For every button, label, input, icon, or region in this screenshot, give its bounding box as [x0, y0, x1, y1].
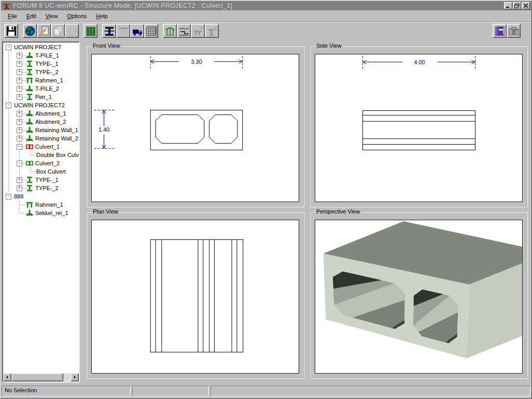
tree-item-abutment-1[interactable]: +Abutment_1	[3, 109, 79, 118]
toolbar-manual-button[interactable]	[493, 24, 507, 38]
edit-document-icon	[38, 25, 50, 37]
camera-icon	[508, 25, 520, 37]
toolbar-vehicle-load-button[interactable]	[130, 24, 144, 38]
tree-item-888[interactable]: -888	[3, 192, 79, 201]
toolbar-world-view-button[interactable]	[23, 24, 37, 38]
menu-edit[interactable]: Edit	[22, 12, 41, 20]
plan-view-drawing	[92, 220, 299, 373]
toolbar-retaining-wall-button[interactable]	[177, 24, 191, 38]
tree-item-double-box-culver[interactable]: Double Box Culver	[3, 151, 79, 159]
tree-item-pier-1[interactable]: +Pier_1	[3, 93, 79, 101]
toolbar-pile-group-button[interactable]	[83, 24, 97, 38]
tree-expand-box[interactable]: +	[17, 111, 22, 117]
tree-collapse-box[interactable]: -	[6, 194, 11, 200]
tree-expand-box[interactable]: +	[17, 53, 22, 59]
tree-item-type-1[interactable]: +TYPE-_1	[3, 176, 79, 184]
tree-guide-line	[8, 93, 9, 101]
ibeam-icon	[25, 60, 34, 67]
tree-expand-box[interactable]: +	[17, 136, 22, 141]
toolbar-frame-structure-button[interactable]	[163, 24, 177, 38]
app-icon	[2, 2, 11, 10]
front-view-canvas[interactable]: 3.30 1.40	[91, 54, 299, 202]
menu-options[interactable]: Options	[62, 12, 91, 20]
tree-collapse-box[interactable]: -	[17, 144, 22, 150]
globe-icon	[24, 25, 36, 37]
tree-item-label: Culvert_1	[35, 144, 60, 150]
tree-item-t-pile-2[interactable]: +T-PILE_2	[3, 84, 79, 93]
toolbar-copy-structure-button[interactable]	[51, 24, 65, 38]
tree-item-rahmen-1[interactable]: Rahmen_1	[3, 201, 79, 209]
tree-expand-box[interactable]: +	[17, 177, 22, 183]
tree-expand-box[interactable]: +	[17, 69, 22, 75]
tree-guide-line	[8, 142, 9, 151]
tree-expand-box[interactable]: +	[17, 94, 22, 100]
scroll-left-button[interactable]	[3, 373, 11, 381]
tree-item-retaining-wall-1[interactable]: +Retaining Wall_1	[3, 126, 79, 134]
tree-item-ucwin-project[interactable]: -UCWIN PROJECT	[3, 43, 79, 51]
menu-view[interactable]: View	[41, 12, 63, 20]
tree-item-ucwin-project2[interactable]: -UCWIN PROJECT2	[3, 101, 79, 109]
plan-view-canvas[interactable]	[91, 220, 299, 374]
close-button[interactable]	[522, 2, 530, 9]
tree-item-box-culvert[interactable]: Box Culvert	[3, 167, 79, 176]
tree-item-rahmen-1[interactable]: +Rahmen_1	[3, 76, 79, 84]
toolbar-save-button[interactable]	[4, 24, 18, 38]
scrollbar-thumb[interactable]	[11, 373, 63, 381]
tree-item-label: Rahmen_1	[35, 77, 63, 83]
tree-collapse-box[interactable]: -	[6, 45, 11, 50]
plan-view-title: Plan View	[91, 208, 120, 215]
toolbar-pile-foundation-button[interactable]	[116, 24, 130, 38]
tree-item-label: Abutment_2	[35, 119, 66, 125]
tree-expand-box[interactable]: +	[17, 78, 22, 83]
status-panel-2	[132, 386, 209, 396]
scroll-right-button[interactable]	[71, 373, 79, 381]
tree-item-label: Abutment_1	[35, 110, 66, 117]
toolbar-table-grid-button[interactable]	[144, 24, 158, 38]
tree-expand-box[interactable]: +	[17, 86, 22, 92]
tree-item-type-2[interactable]: +TYPE-_2	[3, 68, 79, 76]
toolbar-bridge-move-button[interactable]	[191, 24, 205, 38]
tree-item-type-1[interactable]: +TYPE-_1	[3, 60, 79, 68]
tree-item-culvert-2[interactable]: -Culvert_2	[3, 159, 79, 167]
side-view-canvas[interactable]: 4.00	[315, 54, 523, 202]
tree-collapse-box[interactable]: -	[6, 103, 11, 108]
floppy-icon	[5, 25, 18, 37]
toolbar	[1, 21, 531, 40]
tree-expand-box[interactable]: +	[17, 186, 22, 191]
toolbar-pier-button[interactable]	[102, 24, 116, 38]
tree-item-type-2[interactable]: +TYPE-_2	[3, 184, 79, 192]
truck-icon	[131, 25, 144, 37]
restore-button[interactable]	[513, 2, 521, 9]
tree-guide-line	[19, 151, 20, 159]
tree-expand-box[interactable]: +	[17, 61, 22, 67]
perspective-view-canvas[interactable]	[315, 220, 523, 374]
tree-expand-box[interactable]: +	[17, 127, 22, 133]
ibeam-icon	[25, 176, 34, 183]
toolbar-pier-move-button[interactable]	[205, 24, 219, 38]
tree-item-retaining-wall-2[interactable]: +Retaining Wall_2	[3, 134, 79, 142]
frame-icon	[164, 25, 176, 37]
toolbar-snapshot-button[interactable]	[507, 24, 521, 38]
ibeam-icon	[103, 25, 116, 37]
pile-icon	[25, 110, 34, 117]
pile-icon	[25, 209, 34, 217]
menu-file[interactable]: File	[3, 12, 22, 20]
pier-arrow-icon	[206, 25, 218, 37]
tree-horizontal-scrollbar[interactable]	[3, 373, 79, 381]
tree-item-label: Retaining Wall_1	[35, 127, 78, 133]
rahmen-icon	[25, 201, 34, 208]
toolbar-edit-structure-button[interactable]	[37, 24, 51, 38]
tree-item-culvert-1[interactable]: -Culvert_1	[3, 142, 79, 151]
tree-collapse-box[interactable]: -	[17, 161, 22, 166]
tree-item-sekkei-rei-1[interactable]: Sekkei_rei_1	[3, 209, 79, 217]
toolbar-select-marquee-button[interactable]	[65, 24, 79, 38]
tree-guide-line	[8, 126, 9, 134]
tree-item-label: T-PILE_2	[35, 86, 59, 92]
front-height-dimension: 1.40	[99, 126, 109, 133]
minimize-button[interactable]	[504, 2, 512, 9]
tree-item-t-pile-1[interactable]: +T-PILE_1	[3, 51, 79, 60]
tree-expand-box[interactable]: +	[17, 119, 22, 125]
tree-guide-line	[8, 151, 9, 159]
menu-help[interactable]: Help	[91, 12, 113, 20]
tree-item-abutment-2[interactable]: +Abutment_2	[3, 118, 79, 126]
